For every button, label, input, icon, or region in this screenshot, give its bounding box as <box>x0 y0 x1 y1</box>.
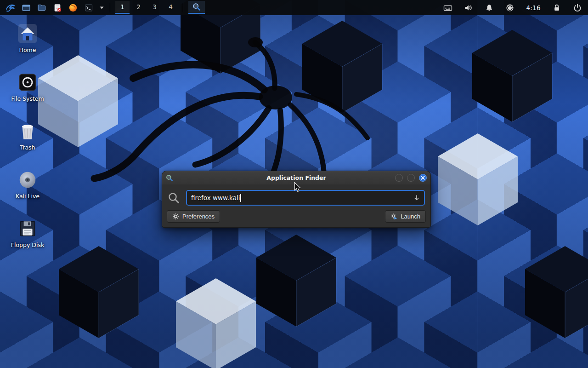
arrow-down-icon <box>413 195 420 201</box>
workspace-1[interactable]: 1 <box>115 1 130 14</box>
workspace-2[interactable]: 2 <box>131 1 146 14</box>
launcher-firefox[interactable] <box>66 1 80 14</box>
desktop-icon-label: Floppy Disk <box>11 242 44 248</box>
desktop-icon-label: File System <box>11 95 44 102</box>
top-panel: 1 2 3 4 <box>0 0 588 15</box>
terminal-icon <box>84 3 94 13</box>
trash-bin-icon <box>17 121 38 142</box>
lock-icon <box>552 3 561 12</box>
desktop-icon-floppy-disk[interactable]: Floppy Disk <box>6 218 50 248</box>
desktop-icon-label: Trash <box>20 144 35 151</box>
workspace-4[interactable]: 4 <box>164 1 178 14</box>
close-icon <box>421 176 425 180</box>
home-icon <box>17 23 38 44</box>
search-input[interactable]: firefox www.kali <box>186 190 425 206</box>
launch-button[interactable]: Launch <box>385 210 426 223</box>
application-finder-icon <box>192 3 201 11</box>
application-finder-window: Application Finder firefox www.kali <box>162 171 431 228</box>
file-system-drive-icon <box>17 72 38 93</box>
panel-separator <box>110 3 110 12</box>
desktop-icon-kali-live[interactable]: Kali Live <box>6 169 50 200</box>
bell-icon <box>485 3 494 12</box>
launcher-text-editor[interactable] <box>51 1 64 14</box>
chevron-down-icon <box>100 6 104 9</box>
panel-clock[interactable]: 4:16 <box>526 4 541 12</box>
workspace-4-label: 4 <box>169 3 173 11</box>
panel-separator <box>183 3 183 12</box>
power-icon <box>573 3 582 12</box>
search-input-value: firefox www.kali <box>191 194 240 201</box>
desktop-icon-label: Kali Live <box>16 193 40 200</box>
close-button[interactable] <box>419 174 427 182</box>
launch-label: Launch <box>401 213 420 220</box>
workspace-3-label: 3 <box>153 3 157 11</box>
application-finder-icon <box>166 174 173 182</box>
launcher-dropdown-arrow[interactable] <box>98 1 105 14</box>
launcher-app-window[interactable] <box>19 1 33 14</box>
power-manager-icon <box>505 3 514 12</box>
desktop-icon-label: Home <box>19 46 36 53</box>
keyboard-indicator[interactable] <box>441 1 455 14</box>
system-tray: 4:16 <box>441 1 584 14</box>
workspace-1-label: 1 <box>120 3 124 11</box>
file-manager-icon <box>37 3 47 13</box>
preferences-button[interactable]: Preferences <box>167 210 220 223</box>
search-icon <box>168 192 180 204</box>
desktop-icon-home[interactable]: Home <box>6 23 50 53</box>
taskbar-application-finder[interactable] <box>188 1 205 14</box>
app-window-icon <box>21 3 31 13</box>
window-controls <box>395 174 427 182</box>
search-row: firefox www.kali <box>162 184 430 209</box>
logout-button[interactable] <box>571 1 584 14</box>
titlebar[interactable]: Application Finder <box>162 171 430 184</box>
launcher-file-manager[interactable] <box>35 1 49 14</box>
run-gear-icon <box>390 213 397 220</box>
workspace-3[interactable]: 3 <box>147 1 162 14</box>
keyboard-icon <box>443 3 452 12</box>
firefox-icon <box>68 3 78 13</box>
volume-control[interactable] <box>462 1 475 14</box>
screen-lock[interactable] <box>550 1 564 14</box>
desktop-icon-list: Home File System Trash <box>6 23 50 248</box>
applications-menu-button[interactable] <box>4 1 17 14</box>
text-caret <box>240 194 241 202</box>
kali-menu-icon <box>5 2 16 13</box>
button-row: Preferences Launch <box>162 209 430 227</box>
entry-dropdown-arrow[interactable] <box>413 195 420 201</box>
workspace-2-label: 2 <box>136 3 141 11</box>
desktop: 1 2 3 4 <box>0 0 588 368</box>
desktop-icon-trash[interactable]: Trash <box>6 121 50 151</box>
minimize-button[interactable] <box>395 174 403 182</box>
window-icon <box>166 174 173 182</box>
gear-icon <box>172 213 179 220</box>
launcher-terminal[interactable] <box>82 1 96 14</box>
preferences-label: Preferences <box>182 213 215 220</box>
notifications[interactable] <box>482 1 496 14</box>
window-title: Application Finder <box>162 174 430 181</box>
volume-icon <box>464 3 473 12</box>
power-manager[interactable] <box>503 1 517 14</box>
optical-disc-icon <box>17 169 38 190</box>
maximize-button[interactable] <box>407 174 415 182</box>
desktop-icon-file-system[interactable]: File System <box>6 72 50 102</box>
text-editor-icon <box>52 3 62 13</box>
floppy-disk-icon <box>17 218 38 239</box>
